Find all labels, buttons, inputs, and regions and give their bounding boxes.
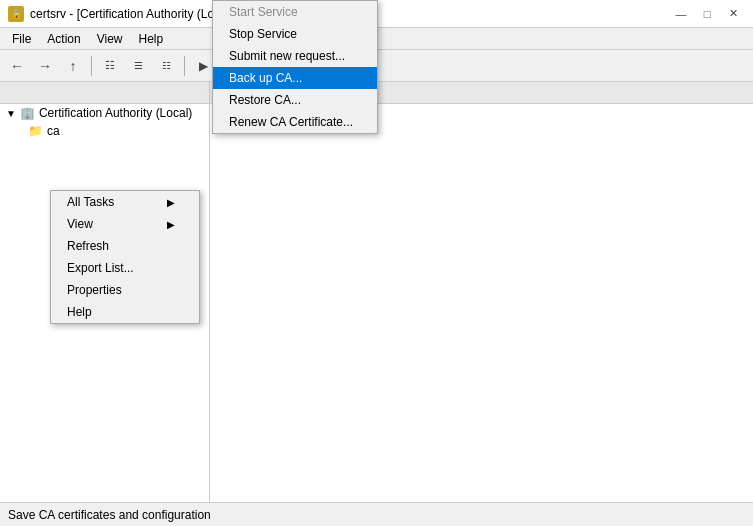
menu-item-refresh[interactable]: Refresh bbox=[51, 235, 199, 257]
main-area: ▼ 🏢 Certification Authority (Local) 📁 ca… bbox=[0, 82, 753, 502]
context-menu-primary: All Tasks ▶ View ▶ Refresh Export List..… bbox=[50, 190, 200, 324]
toolbar-btn-3[interactable]: ☷ bbox=[153, 54, 179, 78]
folder-icon: 📁 bbox=[28, 124, 43, 138]
left-panel: ▼ 🏢 Certification Authority (Local) 📁 ca… bbox=[0, 82, 210, 502]
expand-icon: ▼ bbox=[6, 108, 16, 119]
close-button[interactable]: ✕ bbox=[721, 4, 745, 24]
toolbar-btn-2[interactable]: ☰ bbox=[125, 54, 151, 78]
menu-view[interactable]: View bbox=[89, 30, 131, 48]
menu-item-export-list[interactable]: Export List... bbox=[51, 257, 199, 279]
menu-file[interactable]: File bbox=[4, 30, 39, 48]
up-button[interactable]: ↑ bbox=[60, 54, 86, 78]
toolbar-separator-2 bbox=[184, 56, 185, 76]
tree-item-ca[interactable]: 📁 ca bbox=[0, 122, 209, 140]
menu-item-help[interactable]: Help bbox=[51, 301, 199, 323]
submenu-arrow-view: ▶ bbox=[167, 219, 175, 230]
submenu: Start Service Stop Service Submit new re… bbox=[212, 82, 378, 134]
menu-item-properties[interactable]: Properties bbox=[51, 279, 199, 301]
tree-button[interactable]: ☷ bbox=[97, 54, 123, 78]
tree-item-ca-local[interactable]: ▼ 🏢 Certification Authority (Local) bbox=[0, 104, 209, 122]
right-panel: Name Start Service Stop Service Submit n… bbox=[210, 82, 753, 502]
menu-help[interactable]: Help bbox=[131, 30, 172, 48]
menu-item-view[interactable]: View ▶ bbox=[51, 213, 199, 235]
menu-item-all-tasks[interactable]: All Tasks ▶ bbox=[51, 191, 199, 213]
submenu-item-backup-ca[interactable]: Back up CA... bbox=[213, 82, 377, 89]
tree-item-label: Certification Authority (Local) bbox=[39, 106, 192, 120]
menu-action[interactable]: Action bbox=[39, 30, 88, 48]
ca-icon: 🏢 bbox=[20, 106, 35, 120]
app-icon: 🔒 bbox=[8, 6, 24, 22]
submenu-arrow: ▶ bbox=[167, 197, 175, 208]
back-button[interactable]: ← bbox=[4, 54, 30, 78]
maximize-button[interactable]: □ bbox=[695, 4, 719, 24]
forward-button[interactable]: → bbox=[32, 54, 58, 78]
tree-header bbox=[0, 82, 209, 104]
status-text: Save CA certificates and configuration bbox=[8, 508, 211, 522]
submenu-item-renew-certificate[interactable]: Renew CA Certificate... bbox=[213, 111, 377, 133]
tree-item-ca-label: ca bbox=[47, 124, 60, 138]
title-bar-controls: — □ ✕ bbox=[669, 4, 745, 24]
status-bar: Save CA certificates and configuration bbox=[0, 502, 753, 526]
minimize-button[interactable]: — bbox=[669, 4, 693, 24]
submenu-item-restore-ca[interactable]: Restore CA... bbox=[213, 89, 377, 111]
toolbar-separator-1 bbox=[91, 56, 92, 76]
